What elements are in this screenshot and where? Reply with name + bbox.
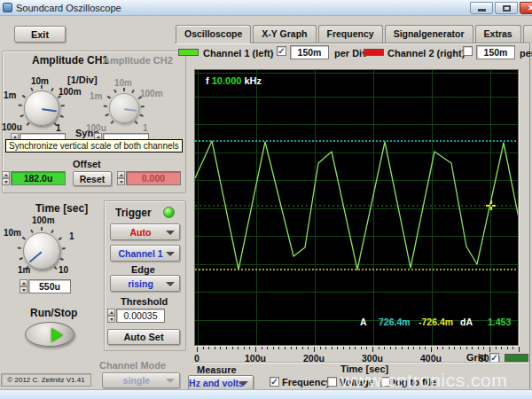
channel-mode-dropdown[interactable]: single <box>102 372 180 388</box>
knob-scale-label: 100u <box>2 122 22 132</box>
knob-scale-label: 1m <box>4 90 16 100</box>
knob-tick <box>20 115 24 118</box>
time-title: Time [sec] <box>35 202 88 215</box>
knob-scale-label: 100m <box>140 89 163 98</box>
knob-tick <box>62 247 66 249</box>
tab-oscilloscope[interactable]: Oscilloscope <box>176 25 251 43</box>
frequency-readout: f 10.000 kHz <box>206 75 262 86</box>
run-stop-button[interactable] <box>25 322 74 347</box>
knob-scale-label: 100m <box>32 215 55 225</box>
time-spinner[interactable] <box>20 279 27 293</box>
measure-separator <box>191 362 528 364</box>
frequency-value: 10.000 <box>212 75 242 86</box>
channel2-scale-field[interactable]: 150m <box>476 45 515 59</box>
tab-frequency[interactable]: Frequency <box>318 25 383 43</box>
knob-scale-label: 1m <box>90 91 102 101</box>
amplitude-ch1-knob[interactable] <box>22 89 61 128</box>
channel2-enable-checkbox[interactable] <box>463 46 473 56</box>
knob-scale-label: 1 <box>56 123 61 133</box>
trigger-title: Trigger <box>115 207 152 219</box>
maximize-icon <box>503 5 511 12</box>
trigger-mode-dropdown[interactable]: Auto <box>110 223 180 240</box>
play-icon <box>51 328 63 342</box>
frequency-checkbox-label: Frequency <box>282 377 332 387</box>
amplitude-ch2-title: Amplitude CH2 <box>103 55 173 66</box>
da-value: 1.453 <box>488 317 511 327</box>
maximize-button[interactable] <box>495 2 518 14</box>
tab-extras[interactable]: Extras <box>475 25 521 43</box>
frequency-checkbox[interactable]: ✓ <box>270 377 279 387</box>
offset-ch1-spinner[interactable] <box>2 171 10 185</box>
knob-tick <box>59 237 62 239</box>
oscilloscope-plot[interactable]: f 10.000 kHz A 726.4m -726.4m dA 1.453 <box>194 69 519 346</box>
channel1-per-div-label: per Div <box>334 48 367 59</box>
knob-tick <box>27 122 30 126</box>
window-titlebar: Soundcard Oszilloscope ✕ <box>0 0 532 16</box>
chevron-down-icon <box>166 379 175 383</box>
knob-scale-label: 10m <box>4 228 21 238</box>
knob-tick <box>123 88 125 91</box>
threshold-spinner[interactable] <box>107 309 115 323</box>
knob-tick <box>105 113 108 116</box>
window-controls: ✕ <box>470 2 532 14</box>
app-icon <box>3 3 12 12</box>
threshold-value-field[interactable]: 0.00035 <box>116 309 165 323</box>
knob-tick <box>30 88 33 91</box>
tab-signalgenerator[interactable]: Signalgenerator <box>385 25 473 43</box>
knob-tick <box>41 227 43 231</box>
offset-ch1-field[interactable]: 182.0u <box>11 171 66 185</box>
trigger-channel-dropdown[interactable]: Channel 1 <box>110 245 180 262</box>
amplitude-ch2-knob[interactable] <box>107 91 141 125</box>
knob-scale-label: 10m <box>114 78 132 88</box>
knob-tick <box>20 258 23 261</box>
knob-scale-label: 1 <box>69 231 74 241</box>
trigger-edge-dropdown[interactable]: rising <box>110 275 180 292</box>
knob-tick <box>22 95 26 98</box>
copyright-statusbar: © 2012 C. Zeitnitz V1.41 <box>1 373 91 387</box>
offset-ch2-field[interactable]: 0.000 <box>126 171 181 185</box>
trigger-channel-value: Channel 1 <box>118 248 162 259</box>
knob-tick <box>60 258 64 261</box>
chevron-down-icon <box>166 231 175 235</box>
knob-tick <box>141 106 145 107</box>
window-title: Soundcard Oszilloscope <box>16 3 121 13</box>
channel1-enable-checkbox[interactable]: ✓ <box>277 46 286 56</box>
knob-tick <box>51 88 53 91</box>
knob-scale-label: 1m <box>18 265 30 275</box>
app-window: Soundcard Oszilloscope ✕ Exit Amplitude … <box>0 0 532 399</box>
tab-xy-graph[interactable]: X-Y Graph <box>253 25 316 43</box>
auto-set-button[interactable]: Auto Set <box>107 329 180 345</box>
minimize-button[interactable] <box>470 2 493 14</box>
measure-mode-value: Hz and volts <box>189 378 244 388</box>
channel2-label: Channel 2 (right) <box>387 48 465 59</box>
channel1-scale-field[interactable]: 150m <box>290 45 329 59</box>
exit-button[interactable]: Exit <box>14 26 66 43</box>
knob-needle <box>42 108 57 112</box>
close-button[interactable]: ✕ <box>520 2 532 14</box>
knob-tick <box>54 266 58 270</box>
offset-label: Offset <box>73 159 101 169</box>
channel1-color-swatch <box>178 49 199 56</box>
chevron-down-icon <box>166 252 175 256</box>
offset-reset-button[interactable]: Reset <box>73 171 112 186</box>
threshold-label: Threshold <box>121 296 168 307</box>
knob-tick <box>51 230 53 233</box>
waveform-canvas <box>195 70 519 346</box>
time-value-field[interactable]: 550u <box>28 279 71 293</box>
run-stop-label: Run/Stop <box>30 307 77 319</box>
knob-tick <box>59 115 63 118</box>
minimize-icon <box>478 9 486 12</box>
offset-ch2-spinner[interactable] <box>117 171 125 185</box>
voltage-checkbox[interactable] <box>327 377 337 387</box>
channel-mode-value: single <box>123 375 150 386</box>
a-positive-value: 726.4m <box>379 317 411 327</box>
tab-settings[interactable]: Settings <box>523 25 532 43</box>
knob-tick <box>21 237 25 239</box>
close-icon: ✕ <box>528 4 532 12</box>
knob-scale-label: 1 <box>143 123 148 133</box>
knob-tick <box>107 97 111 99</box>
measure-mode-dropdown[interactable]: Hz and volts <box>188 375 254 390</box>
watermark: www.cntronics.com <box>340 370 507 391</box>
chevron-down-icon <box>166 282 175 286</box>
knob-tick <box>139 113 143 116</box>
